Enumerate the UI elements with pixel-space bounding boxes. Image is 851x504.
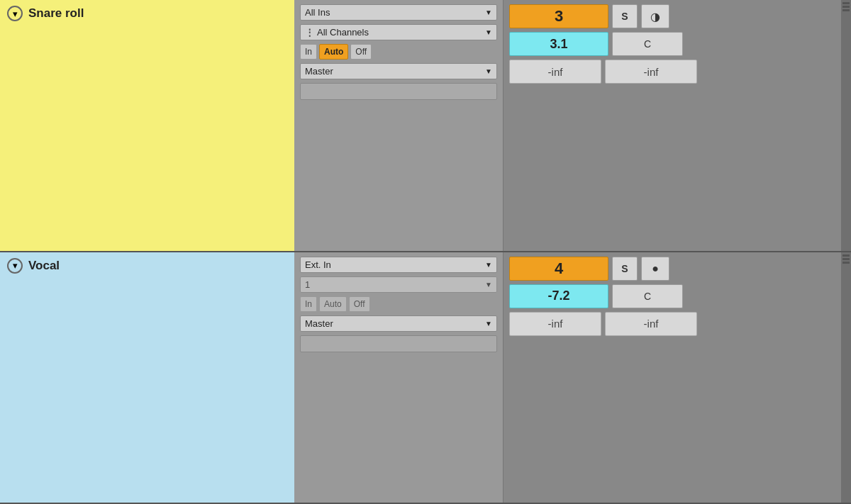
scrollbar-vocal[interactable] xyxy=(841,252,851,503)
output-row-vocal: Master ▼ xyxy=(300,315,497,332)
scrollbar-tick xyxy=(842,2,850,4)
input-source-arrow-vocal: ▼ xyxy=(485,261,492,269)
down-arrow-icon: ▾ xyxy=(13,9,18,19)
c-button-vocal[interactable]: C xyxy=(612,284,683,308)
position-row-vocal: -7.2 C xyxy=(509,284,835,308)
input-channel-label-snare: All Channels xyxy=(317,27,482,38)
output-dropdown-snare[interactable]: Master ▼ xyxy=(300,63,497,79)
track-color-block-snare: ▾ Snare roll xyxy=(0,0,294,251)
inf-row-snare: -inf -inf xyxy=(509,60,835,84)
position-display-snare[interactable]: 3.1 xyxy=(509,32,608,56)
track-number-vocal[interactable]: 4 xyxy=(509,257,608,281)
empty-bar-row-vocal xyxy=(300,335,497,352)
output-dropdown-vocal[interactable]: Master ▼ xyxy=(300,315,497,332)
empty-bar-vocal xyxy=(300,335,497,352)
input-source-row-snare: All Ins ▼ xyxy=(300,4,497,21)
input-channel-row-vocal: 1 ▼ xyxy=(300,276,497,293)
monitor-off-button-vocal[interactable]: Off xyxy=(349,296,370,312)
scrollbar-snare[interactable] xyxy=(841,0,851,251)
monitor-row-snare: In Auto Off xyxy=(300,44,497,60)
track-right-vocal: 4 S ● -7.2 C -inf -inf xyxy=(504,252,841,503)
track-row-vocal: ▾ Vocal Ext. In ▼ 1 ▼ xyxy=(0,252,851,505)
output-arrow-snare: ▼ xyxy=(485,67,492,75)
input-channel-row-snare: ⋮ All Channels ▼ xyxy=(300,24,497,40)
scrollbar-tick xyxy=(842,258,850,260)
input-channel-arrow-vocal: ▼ xyxy=(485,281,492,289)
tracks-container: ▾ Snare roll All Ins ▼ ⋮ All Channels ▼ xyxy=(0,0,851,504)
inf-left-vocal[interactable]: -inf xyxy=(509,312,601,336)
output-label-snare: Master xyxy=(305,66,333,77)
input-channel-dropdown-vocal[interactable]: 1 ▼ xyxy=(300,276,497,293)
position-row-snare: 3.1 C xyxy=(509,32,835,56)
input-source-row-vocal: Ext. In ▼ xyxy=(300,257,497,273)
input-source-label-vocal: Ext. In xyxy=(305,259,331,270)
monitor-row-vocal: In Auto Off xyxy=(300,296,497,312)
track-controls-vocal: Ext. In ▼ 1 ▼ In Auto Off Master xyxy=(294,252,504,503)
record-icon-button-snare[interactable]: ◑ xyxy=(641,4,669,28)
scrollbar-tick xyxy=(842,254,850,257)
scrollbar-tick xyxy=(842,9,850,11)
track-collapse-arrow-snare[interactable]: ▾ xyxy=(7,6,23,21)
track-row-snare-roll: ▾ Snare roll All Ins ▼ ⋮ All Channels ▼ xyxy=(0,0,851,252)
inf-right-snare[interactable]: -inf xyxy=(605,60,697,84)
track-name-snare: Snare roll xyxy=(28,6,84,21)
input-channel-arrow-snare: ▼ xyxy=(485,28,492,36)
input-source-label-snare: All Ins xyxy=(305,7,330,18)
output-label-vocal: Master xyxy=(305,318,333,329)
track-color-block-vocal: ▾ Vocal xyxy=(0,252,294,503)
track-right-snare: 3 S ◑ 3.1 C -inf -inf xyxy=(504,0,841,251)
track-name-vocal: Vocal xyxy=(28,258,60,273)
monitor-auto-button-vocal[interactable]: Auto xyxy=(319,296,347,312)
output-arrow-vocal: ▼ xyxy=(485,320,492,327)
track-number-snare[interactable]: 3 xyxy=(509,4,608,28)
solo-button-snare[interactable]: S xyxy=(612,4,638,28)
monitor-in-button-vocal[interactable]: In xyxy=(300,296,317,312)
down-arrow-icon-vocal: ▾ xyxy=(13,260,18,271)
record-icon-button-vocal[interactable]: ● xyxy=(641,257,669,281)
empty-bar-snare xyxy=(300,83,497,100)
input-channel-label-vocal: 1 xyxy=(305,279,482,290)
monitor-auto-button-snare[interactable]: Auto xyxy=(319,44,348,60)
input-channel-dropdown-snare[interactable]: ⋮ All Channels ▼ xyxy=(300,24,497,40)
monitor-in-button-snare[interactable]: In xyxy=(300,44,317,60)
track-number-row-vocal: 4 S ● xyxy=(509,257,835,281)
inf-right-vocal[interactable]: -inf xyxy=(605,312,697,336)
input-source-dropdown-vocal[interactable]: Ext. In ▼ xyxy=(300,257,497,273)
output-row-snare: Master ▼ xyxy=(300,63,497,79)
track-controls-snare: All Ins ▼ ⋮ All Channels ▼ In Auto Off xyxy=(294,0,504,251)
input-source-dropdown-snare[interactable]: All Ins ▼ xyxy=(300,4,497,21)
scrollbar-tick xyxy=(842,6,850,8)
monitor-off-button-snare[interactable]: Off xyxy=(350,44,372,60)
inf-row-vocal: -inf -inf xyxy=(509,312,835,336)
position-display-vocal[interactable]: -7.2 xyxy=(509,284,608,308)
c-button-snare[interactable]: C xyxy=(612,32,683,56)
channel-icon-snare: ⋮ xyxy=(305,27,314,38)
inf-left-snare[interactable]: -inf xyxy=(509,60,601,84)
solo-button-vocal[interactable]: S xyxy=(612,257,638,281)
track-number-row-snare: 3 S ◑ xyxy=(509,4,835,28)
empty-bar-row-snare xyxy=(300,83,497,100)
input-source-arrow-snare: ▼ xyxy=(485,9,492,16)
track-collapse-arrow-vocal[interactable]: ▾ xyxy=(7,258,23,274)
scrollbar-tick xyxy=(842,262,850,264)
